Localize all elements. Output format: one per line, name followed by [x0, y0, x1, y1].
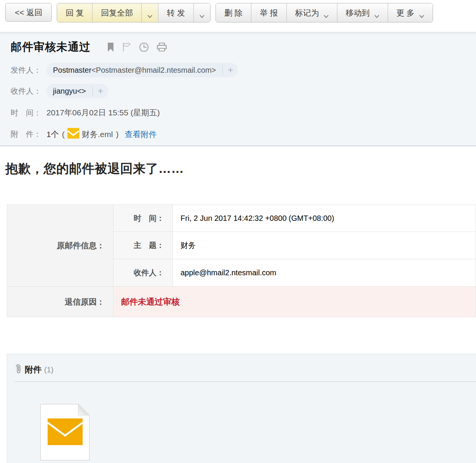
mail-subject: 邮件审核未通过	[11, 40, 91, 55]
eml-envelope-icon	[67, 128, 79, 140]
original-mail-info-label: 原邮件信息：	[7, 205, 113, 287]
time-value: 2017年06月02日 15:55 (星期五)	[46, 107, 160, 118]
delete-button[interactable]: 删 除	[216, 3, 251, 22]
paren-close: )	[116, 130, 118, 139]
to-address-pill[interactable]: jiangyu<> +	[46, 84, 108, 98]
flag-icon[interactable]	[122, 42, 131, 54]
bookmark-icon[interactable]	[107, 42, 114, 54]
chevron-down-icon	[419, 11, 424, 14]
attachment-filename: 财务.eml	[82, 129, 113, 140]
paren-open: (	[62, 130, 65, 139]
reply-all-button[interactable]: 回复全部	[93, 3, 142, 22]
printer-icon[interactable]	[157, 43, 167, 53]
subject-row-value: 财务	[173, 232, 476, 259]
actions-button-group: 删 除 举 报 标记为 移动到 更 多	[216, 3, 433, 22]
paperclip-icon	[15, 364, 21, 376]
divider	[15, 382, 476, 382]
subject-icons	[107, 42, 167, 54]
bounce-reason-label: 退信原因：	[7, 287, 113, 317]
mark-as-label: 标记为	[295, 8, 319, 18]
chevron-down-icon	[374, 11, 379, 14]
to-name: jiangyu<>	[53, 87, 86, 95]
view-attachment-link[interactable]: 查看附件	[125, 129, 157, 140]
add-contact-button[interactable]: +	[222, 65, 238, 75]
table-row: 原邮件信息： 时 间： Fri, 2 Jun 2017 14:42:32 +08…	[7, 205, 476, 232]
reply-all-dropdown-button[interactable]	[142, 3, 158, 22]
back-button[interactable]: << 返回	[5, 3, 52, 22]
chevron-down-icon	[200, 11, 204, 14]
attachments-section: 附件 (1)	[7, 354, 476, 463]
subject-row-label: 主 题：	[113, 232, 173, 259]
to-label: 收件人：	[11, 86, 46, 96]
attachments-title: 附件	[25, 364, 42, 375]
move-to-label: 移动到	[346, 8, 370, 18]
page-fold-corner	[78, 404, 89, 415]
attachment-file-card[interactable]	[40, 404, 89, 460]
recipient-row-value: apple@hmail2.ntesmail.com	[173, 259, 476, 287]
add-contact-button[interactable]: +	[93, 86, 108, 96]
from-label: 发件人：	[11, 65, 46, 75]
bounce-info-table: 原邮件信息： 时 间： Fri, 2 Jun 2017 14:42:32 +08…	[7, 204, 476, 317]
reply-button[interactable]: 回 复	[57, 3, 93, 22]
chevron-down-icon	[147, 11, 152, 14]
toolbar: << 返回 回 复 回复全部 转 发 删 除 举 报 标记为 移动到 更 多	[0, 0, 476, 32]
attachments-count: (1)	[44, 366, 53, 374]
from-name: Postmaster	[53, 66, 91, 74]
time-label: 时 间：	[11, 108, 46, 118]
mail-header: 邮件审核未通过 发件人： Postmaster<Postmaster@hmail…	[0, 32, 476, 146]
chevron-down-icon	[324, 11, 329, 14]
attachment-count: 1个	[46, 129, 59, 140]
time-row-label: 时 间：	[113, 205, 173, 232]
forward-button[interactable]: 转 发	[158, 3, 194, 22]
table-row: 退信原因： 邮件未通过审核	[7, 287, 476, 317]
more-button[interactable]: 更 多	[388, 3, 433, 22]
report-button[interactable]: 举 报	[251, 3, 287, 22]
mark-as-button[interactable]: 标记为	[287, 3, 337, 22]
attachment-label: 附 件：	[11, 129, 46, 139]
bounce-message-heading: 抱歉，您的邮件被退回来了……	[5, 160, 476, 177]
more-label: 更 多	[396, 8, 415, 18]
move-to-button[interactable]: 移动到	[337, 3, 388, 22]
time-row-value: Fri, 2 Jun 2017 14:42:32 +0800 (GMT+08:0…	[173, 205, 476, 232]
clock-icon[interactable]	[139, 42, 149, 54]
reply-button-group: 回 复 回复全部 转 发	[57, 3, 211, 22]
eml-file-envelope-icon	[48, 418, 83, 447]
recipient-row-label: 收件人：	[113, 259, 173, 287]
forward-dropdown-button[interactable]	[194, 3, 210, 22]
from-address: <Postmaster@hmail2.ntesmail.com>	[91, 66, 216, 74]
bounce-reason-value: 邮件未通过审核	[113, 287, 476, 317]
from-address-pill[interactable]: Postmaster<Postmaster@hmail2.ntesmail.co…	[46, 63, 238, 77]
